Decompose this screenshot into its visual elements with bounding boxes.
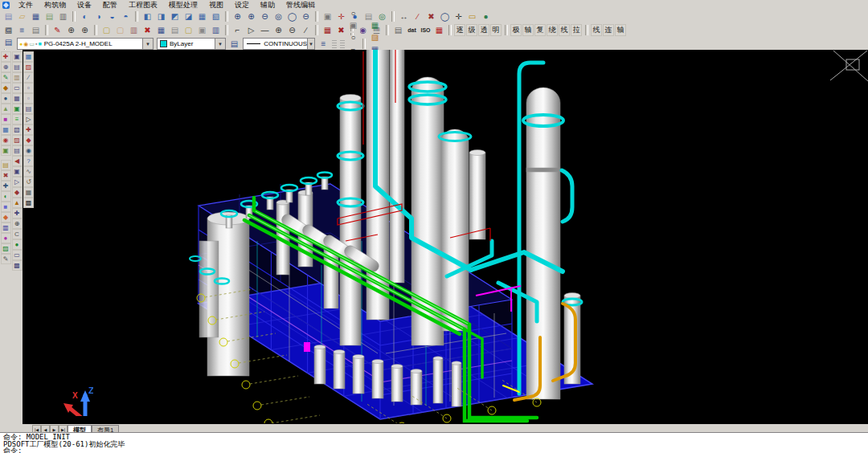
linetype-combo[interactable]: CONTINUOUS ▼ bbox=[243, 38, 315, 50]
redline-icon[interactable]: ∕ bbox=[411, 10, 424, 22]
save-file-icon[interactable]: ▦ bbox=[29, 10, 43, 22]
cmd-char-button-char-group-1-2[interactable]: 级 bbox=[466, 24, 477, 36]
gem2-icon[interactable]: ◆ bbox=[1, 212, 11, 222]
menu-7[interactable]: 视图 bbox=[203, 0, 229, 10]
pipe-m-icon[interactable]: ↺ bbox=[23, 177, 34, 187]
equip-g-icon[interactable]: ≡ bbox=[12, 114, 23, 124]
cmd-char-button-char-group-2-2[interactable]: 轴 bbox=[522, 24, 534, 36]
plot-preview-icon[interactable]: ▤ bbox=[43, 10, 56, 22]
linetype-combo-arrow[interactable]: ▼ bbox=[307, 39, 314, 49]
minus-icon[interactable]: — bbox=[258, 24, 272, 36]
equip-p-icon[interactable]: ✚ bbox=[12, 208, 23, 218]
plus2-icon[interactable]: ✚ bbox=[1, 181, 11, 191]
pipe-h-icon[interactable]: ✚ bbox=[23, 124, 34, 135]
box-b-icon[interactable]: ▢ bbox=[113, 24, 127, 36]
equip-i-icon[interactable]: ▨ bbox=[12, 135, 23, 145]
del2-icon[interactable]: ✖ bbox=[1, 170, 11, 181]
zoom-out-icon[interactable]: ⊖ bbox=[258, 10, 272, 22]
erase-icon[interactable]: ✖ bbox=[424, 10, 438, 22]
cmd-char-button-char-group-2-1[interactable]: 极 bbox=[510, 24, 522, 36]
point-a-icon[interactable]: ⊕ bbox=[64, 24, 78, 36]
equip-s-icon[interactable]: ● bbox=[12, 239, 23, 250]
ball-icon[interactable]: ● bbox=[1, 93, 11, 104]
archive-icon[interactable]: ▥ bbox=[209, 24, 223, 36]
cmd-char-button-char-group-3-3[interactable]: 轴 bbox=[615, 24, 626, 36]
pipe-a-icon[interactable]: ▦ bbox=[23, 51, 34, 62]
cmd-char-button-char-group-2-5[interactable]: 线 bbox=[559, 24, 570, 36]
tool-icon[interactable]: ▥ bbox=[1, 222, 11, 233]
pipe-f-icon[interactable]: ▤ bbox=[23, 104, 34, 114]
command-line-area[interactable]: 命令: MODEL_INITPDSOFT工厂模型(20-61)初始化完毕命令: bbox=[0, 432, 868, 453]
plot-icon[interactable]: ▥ bbox=[56, 10, 70, 22]
menu-3[interactable]: 设备 bbox=[72, 0, 97, 10]
pipe-l-icon[interactable]: ∿ bbox=[23, 166, 34, 177]
cube2-icon[interactable]: ■ bbox=[1, 202, 11, 212]
equip-j-icon[interactable]: ▤ bbox=[12, 145, 23, 156]
plot-layer-icon[interactable]: ▭ bbox=[29, 41, 35, 47]
box-a-icon[interactable]: ▢ bbox=[100, 24, 113, 36]
block-icon[interactable]: ■ bbox=[1, 114, 11, 124]
orbit-free-icon[interactable]: ◐ bbox=[78, 10, 92, 22]
menu-6[interactable]: 模型处理 bbox=[163, 0, 203, 10]
layer-combo-arrow[interactable]: ▼ bbox=[142, 39, 153, 49]
select-arrow-icon[interactable]: ▷ bbox=[244, 24, 258, 36]
orbit-continuous-icon[interactable]: ◑ bbox=[92, 10, 105, 22]
toolbar-handle[interactable] bbox=[340, 39, 345, 49]
layer-swatch-icon[interactable]: ■ bbox=[38, 41, 41, 47]
pen2-icon[interactable]: ✎ bbox=[1, 254, 11, 264]
sun-icon[interactable]: ◉ bbox=[23, 41, 28, 47]
equip-d-icon[interactable]: ▭ bbox=[12, 83, 23, 93]
menu-5[interactable]: 工程图表 bbox=[123, 0, 163, 10]
3d-viewport-canvas[interactable]: ▦▨∕▫▫▤▷✚◆◉?∿↺▦▩ bbox=[23, 50, 868, 424]
pipe-b-icon[interactable]: ▨ bbox=[23, 62, 34, 72]
cmd-char-button-char-group-3-2[interactable]: 连 bbox=[603, 24, 614, 36]
open-file-icon[interactable]: ▱ bbox=[15, 10, 29, 22]
toolbar-handle[interactable] bbox=[332, 39, 337, 49]
zoom-all-icon[interactable]: ◎ bbox=[272, 10, 285, 22]
spec-book-icon[interactable]: ▦ bbox=[321, 24, 334, 36]
view-sw-iso-icon[interactable]: ◧ bbox=[141, 10, 154, 22]
panel-icon[interactable]: ▣ bbox=[1, 145, 11, 156]
dat-button[interactable]: dat bbox=[405, 24, 419, 36]
bulb-icon[interactable]: ● bbox=[19, 41, 23, 47]
layer-manager-icon[interactable]: ▤ bbox=[227, 38, 241, 50]
equip-b-icon[interactable]: ▤ bbox=[12, 62, 23, 72]
color-combo-arrow[interactable]: ▼ bbox=[215, 39, 225, 49]
pan-icon[interactable]: ✛ bbox=[452, 10, 465, 22]
ruler-icon[interactable]: ▭ bbox=[465, 10, 479, 22]
color-combo[interactable]: ByLayer ▼ bbox=[157, 38, 226, 50]
pipe-n-icon[interactable]: ▦ bbox=[23, 187, 34, 198]
cmd-char-button-char-group-1-4[interactable]: 明 bbox=[490, 24, 502, 36]
new-file-icon[interactable]: ▤ bbox=[2, 10, 15, 22]
render-icon[interactable]: ▣ bbox=[321, 10, 334, 22]
equip-k-icon[interactable]: ◀ bbox=[12, 156, 23, 166]
equip-t-icon[interactable]: ▭ bbox=[12, 250, 23, 260]
equip-u-icon[interactable]: ▩ bbox=[12, 260, 23, 271]
attach-icon[interactable]: ≡ bbox=[15, 24, 29, 36]
equip-r-icon[interactable]: C bbox=[12, 229, 23, 239]
pipe-o-icon[interactable]: ▩ bbox=[23, 198, 34, 208]
menu-10[interactable]: 管线编辑 bbox=[280, 0, 321, 10]
module-b-icon[interactable]: ▨ bbox=[368, 32, 382, 44]
layer-prev-icon[interactable]: ▤ bbox=[2, 37, 15, 49]
pipe-g-icon[interactable]: ▷ bbox=[23, 114, 34, 124]
view-top-icon[interactable]: ▦ bbox=[195, 10, 209, 22]
probe-icon[interactable]: ⊕ bbox=[1, 62, 11, 72]
pipe-k-icon[interactable]: ? bbox=[23, 156, 34, 166]
menu-9[interactable]: 辅助 bbox=[255, 0, 280, 10]
menu-8[interactable]: 设定 bbox=[229, 0, 255, 10]
table-red-icon[interactable]: ▦ bbox=[432, 24, 446, 36]
zoom-window-icon[interactable]: ⊕ bbox=[231, 10, 244, 22]
redraw-icon[interactable]: ✎ bbox=[51, 24, 64, 36]
zoom-realtime-icon[interactable]: ⊖ bbox=[299, 10, 313, 22]
equip-m-icon[interactable]: ▷ bbox=[12, 177, 23, 187]
equip-a-icon[interactable]: ▣ bbox=[12, 51, 23, 62]
cmd-char-button-char-group-1-1[interactable]: 逐 bbox=[454, 24, 465, 36]
module-a-icon[interactable]: ▦ bbox=[368, 20, 382, 32]
dot2-icon[interactable]: ● bbox=[1, 233, 11, 243]
pipe-e-icon[interactable]: ▫ bbox=[23, 93, 34, 104]
equip-o-icon[interactable]: ▲ bbox=[12, 198, 23, 208]
close-box-icon[interactable]: ▣ bbox=[195, 24, 209, 36]
orbit-vertical-icon[interactable]: ◒ bbox=[105, 10, 119, 22]
pipe-d-icon[interactable]: ▫ bbox=[23, 83, 34, 93]
